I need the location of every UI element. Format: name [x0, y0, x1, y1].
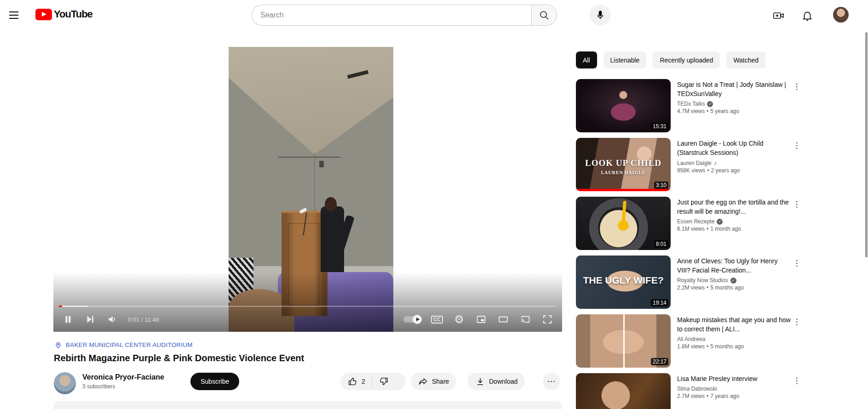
duration-badge: 19:14	[651, 299, 668, 307]
settings-button[interactable]: ⚙	[450, 310, 468, 329]
related-video-title[interactable]: Lauren Daigle - Look Up Child (Starstruc…	[677, 139, 791, 157]
kebab-menu-icon[interactable]: ⋮	[791, 375, 802, 386]
kebab-menu-icon[interactable]: ⋮	[791, 199, 802, 210]
verified-badge-icon: ✓	[707, 101, 713, 107]
progress-buffer	[62, 306, 88, 307]
related-video-item[interactable]: 8:01 Just pour the egg on the tortilla a…	[576, 197, 806, 250]
create-video-icon	[772, 10, 785, 22]
channel-name[interactable]: Veronica Pryor-Faciane	[82, 373, 164, 381]
create-video-button[interactable]	[773, 10, 785, 22]
progress-bar[interactable]	[59, 306, 557, 307]
related-video-title[interactable]: Lisa Marie Presley interview	[677, 374, 791, 383]
chip-watched[interactable]: Watched	[726, 51, 765, 68]
fullscreen-button[interactable]	[538, 310, 557, 329]
share-button[interactable]: Share	[411, 373, 456, 390]
related-video-title[interactable]: Sugar is Not a Treat | Jody Stanislaw | …	[677, 80, 791, 98]
kebab-menu-icon[interactable]: ⋮	[791, 316, 802, 327]
kebab-menu-icon[interactable]: ⋮	[791, 257, 802, 268]
pause-button[interactable]	[59, 310, 77, 329]
volume-button[interactable]	[103, 310, 121, 329]
channel-avatar[interactable]	[54, 372, 76, 394]
video-player[interactable]: 0:01 / 11:48 CC ⚙	[53, 47, 562, 332]
duration-badge: 3:10	[654, 182, 668, 189]
autoplay-play-icon	[413, 315, 422, 324]
auditorium-ceiling	[229, 47, 393, 166]
related-video-channel[interactable]: Royalty Now Studios ✓	[677, 277, 791, 284]
related-video-meta: 2.7M views•7 years ago	[677, 393, 791, 399]
more-actions-button[interactable]: ⋯	[543, 373, 560, 390]
search-button[interactable]	[531, 5, 557, 26]
related-video-item[interactable]: LOOK UP CHILD LAUREN DAIGLE 3:10 Lauren …	[576, 138, 806, 191]
cast-button[interactable]	[516, 310, 535, 329]
related-videos-sidebar: All Listenable Recently uploaded Watched…	[576, 0, 806, 409]
voice-search-button[interactable]	[590, 5, 611, 26]
account-avatar[interactable]	[833, 7, 849, 23]
youtube-logo[interactable]: YouTube	[35, 8, 92, 20]
verified-badge-icon: ✓	[717, 219, 723, 225]
duration-badge: 22:17	[651, 358, 668, 365]
related-video-channel[interactable]: Lauren Daigle ♪	[677, 159, 791, 166]
location-tag[interactable]: BAKER MUNICIPAL CENTER AUDITORIUM	[54, 341, 193, 349]
related-video-title[interactable]: Just pour the egg on the tortilla and th…	[677, 198, 791, 216]
chip-listenable[interactable]: Listenable	[604, 51, 647, 68]
related-video-item[interactable]: 15:31 Sugar is Not a Treat | Jody Stanis…	[576, 79, 806, 132]
cc-icon: CC	[431, 316, 443, 324]
related-video-channel[interactable]: Essen Rezepte ✓	[677, 218, 791, 225]
description-box[interactable]	[53, 401, 562, 409]
next-button[interactable]	[81, 310, 99, 329]
video-thumbnail[interactable]: 15:31	[576, 79, 671, 132]
video-thumbnail[interactable]: LOOK UP CHILD LAUREN DAIGLE 3:10	[576, 138, 671, 191]
dislike-button[interactable]	[372, 373, 396, 390]
kebab-menu-icon[interactable]: ⋮	[791, 140, 802, 151]
channel-subscriber-count: 3 subscribers	[82, 383, 115, 390]
miniplayer-button[interactable]	[472, 310, 490, 329]
chip-recently-uploaded[interactable]: Recently uploaded	[653, 51, 720, 68]
like-button[interactable]: 2	[340, 373, 372, 390]
search-input[interactable]	[252, 5, 531, 26]
thumbnail-subtext: LAUREN DAIGLE	[576, 170, 671, 175]
related-video-channel[interactable]: Stina Dabrowski	[677, 386, 791, 392]
watched-progress-bar	[576, 189, 671, 191]
subscribe-button[interactable]: Subscribe	[190, 373, 239, 390]
video-thumbnail[interactable]: THE UGLY WIFE? 19:14	[576, 256, 671, 309]
related-video-meta: 958K views•2 years ago	[677, 167, 791, 174]
related-video-title[interactable]: Anne of Cleves: Too Ugly for Henry VIII?…	[677, 256, 791, 275]
related-video-meta: 2.2M views•5 months ago	[677, 284, 791, 291]
filter-chips: All Listenable Recently uploaded Watched	[576, 51, 765, 68]
music-note-icon: ♪	[714, 159, 717, 166]
chip-all[interactable]: All	[576, 51, 597, 68]
related-video-meta: 4.7M views•5 years ago	[677, 108, 791, 114]
thumbs-up-icon	[348, 376, 358, 386]
duration-badge: 8:01	[654, 240, 668, 248]
video-title: Rebirth Magazine Purple & Pink Domestic …	[54, 353, 304, 364]
video-thumbnail[interactable]: 22:17	[576, 314, 671, 368]
related-video-meta: 1.8M views•5 months ago	[677, 343, 791, 350]
bell-icon	[801, 10, 813, 22]
notifications-button[interactable]	[801, 10, 813, 22]
related-video-meta: 6.1M views•1 month ago	[677, 226, 791, 232]
theater-mode-button[interactable]	[494, 310, 512, 329]
related-video-title[interactable]: Makeup mistakes that age you and how to …	[677, 315, 791, 334]
more-horizontal-icon: ⋯	[547, 376, 556, 386]
top-app-bar: YouTube	[0, 0, 868, 30]
related-video-channel[interactable]: Ali Andreea	[677, 336, 791, 342]
subtitles-button[interactable]: CC	[428, 310, 446, 329]
video-thumbnail[interactable]	[576, 373, 671, 409]
search-icon	[539, 10, 550, 21]
hamburger-menu-icon[interactable]	[8, 10, 19, 21]
related-video-item[interactable]: 22:17 Makeup mistakes that age you and h…	[576, 314, 806, 368]
page-scrollbar[interactable]	[865, 32, 868, 257]
related-video-channel[interactable]: TEDx Talks ✓	[677, 101, 791, 107]
thumbs-down-icon	[379, 376, 389, 386]
download-label: Download	[489, 378, 517, 385]
related-video-item[interactable]: THE UGLY WIFE? 19:14 Anne of Cleves: Too…	[576, 256, 806, 309]
autoplay-toggle[interactable]	[402, 310, 424, 329]
kebab-menu-icon[interactable]: ⋮	[791, 81, 802, 92]
youtube-play-icon	[35, 9, 52, 20]
location-pin-icon	[54, 341, 62, 349]
like-count: 2	[362, 378, 365, 385]
microphone-icon	[595, 10, 606, 21]
related-video-item[interactable]: Lisa Marie Presley interview Stina Dabro…	[576, 373, 806, 409]
video-thumbnail[interactable]: 8:01	[576, 197, 671, 250]
download-button[interactable]: Download	[468, 373, 525, 390]
